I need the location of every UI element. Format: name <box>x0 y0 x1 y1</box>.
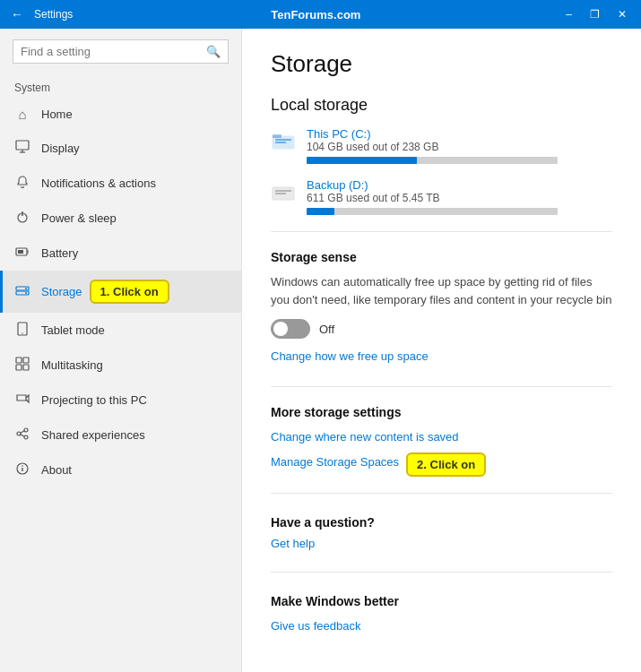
svg-point-12 <box>25 292 27 294</box>
storage-sense-desc: Windows can automatically free up space … <box>271 273 612 308</box>
display-icon <box>14 140 30 157</box>
svg-point-21 <box>24 435 28 439</box>
drive-c-info: This PC (C:) 104 GB used out of 238 GB <box>307 127 612 164</box>
svg-rect-33 <box>275 193 286 194</box>
shared-icon <box>14 426 30 444</box>
svg-rect-29 <box>275 142 286 143</box>
svg-rect-0 <box>16 141 29 150</box>
drive-c-fill <box>307 157 417 164</box>
minimize-button[interactable]: – <box>559 6 579 22</box>
about-icon <box>14 461 30 478</box>
get-help-link[interactable]: Get help <box>271 537 315 550</box>
restore-button[interactable]: ❐ <box>583 6 607 22</box>
drive-c-size: 104 GB used out of 238 GB <box>307 141 612 153</box>
app-container: 🔍 System ⌂ Home Display Notifications & … <box>0 29 641 672</box>
question-title: Have a question? <box>271 515 612 530</box>
better-title: Make Windows better <box>271 594 612 608</box>
more-storage-title: More storage settings <box>271 405 612 419</box>
svg-rect-32 <box>275 190 291 192</box>
sidebar-label-display: Display <box>41 142 80 155</box>
storage-sense-title: Storage sense <box>271 250 612 264</box>
storage-sense-toggle[interactable] <box>271 319 310 339</box>
search-input[interactable] <box>21 45 201 58</box>
projecting-icon <box>14 392 30 409</box>
svg-point-19 <box>17 432 21 435</box>
sidebar-label-shared: Shared experiences <box>41 428 145 442</box>
drive-d-info: Backup (D:) 611 GB used out of 5.45 TB <box>307 178 612 215</box>
svg-rect-15 <box>16 358 22 363</box>
sidebar-label-notifications: Notifications & actions <box>41 177 156 190</box>
svg-rect-16 <box>23 358 29 363</box>
question-section: Have a question? Get help <box>271 515 612 556</box>
sidebar-item-home[interactable]: ⌂ Home <box>0 98 241 131</box>
drive-d-icon <box>271 180 296 211</box>
titlebar-controls: – ❐ ✕ <box>559 6 634 22</box>
sidebar-item-about[interactable]: About <box>0 452 241 487</box>
feedback-link[interactable]: Give us feedback <box>271 619 360 633</box>
toggle-label: Off <box>319 323 334 336</box>
drive-c-name[interactable]: This PC (C:) <box>307 127 612 141</box>
power-icon <box>14 210 30 227</box>
manage-storage-link[interactable]: Manage Storage Spaces <box>271 455 399 469</box>
titlebar-left: ← Settings <box>7 4 73 25</box>
back-button[interactable]: ← <box>7 4 27 25</box>
svg-rect-18 <box>23 365 29 370</box>
drive-d-name[interactable]: Backup (D:) <box>307 178 612 192</box>
sidebar-label-multitasking: Multitasking <box>41 358 103 372</box>
search-icon: 🔍 <box>206 45 221 58</box>
close-button[interactable]: ✕ <box>611 6 634 22</box>
sidebar-item-shared[interactable]: Shared experiences <box>0 418 241 452</box>
more-storage-section: More storage settings Change where new c… <box>271 405 612 477</box>
titlebar: ← Settings TenForums.com – ❐ ✕ <box>0 0 641 29</box>
svg-line-22 <box>21 431 24 433</box>
svg-point-20 <box>24 428 28 432</box>
drive-d-item: Backup (D:) 611 GB used out of 5.45 TB <box>271 178 612 215</box>
home-icon: ⌂ <box>14 107 30 122</box>
svg-line-23 <box>21 435 24 436</box>
sidebar: 🔍 System ⌂ Home Display Notifications & … <box>0 29 242 672</box>
multitasking-icon <box>14 357 30 374</box>
sidebar-label-about: About <box>41 463 72 477</box>
divider-2 <box>271 386 612 387</box>
toggle-knob <box>273 322 288 336</box>
change-content-link[interactable]: Change where new content is saved <box>271 430 459 444</box>
svg-rect-8 <box>18 250 23 254</box>
tablet-icon <box>14 322 30 339</box>
sidebar-item-projecting[interactable]: Projecting to this PC <box>0 383 241 418</box>
toggle-row: Off <box>271 319 612 339</box>
sidebar-item-multitasking[interactable]: Multitasking <box>0 348 241 383</box>
local-storage-title: Local storage <box>271 96 612 115</box>
sidebar-item-battery[interactable]: Battery <box>0 236 241 271</box>
storage-annotation-wrapper: Storage 1. Click on <box>41 280 169 304</box>
drive-d-size: 611 GB used out of 5.45 TB <box>307 192 612 204</box>
main-content: Storage Local storage This PC (C:) 104 G… <box>242 29 641 672</box>
divider-4 <box>271 572 612 573</box>
sidebar-item-notifications[interactable]: Notifications & actions <box>0 166 241 201</box>
search-box[interactable]: 🔍 <box>13 39 229 64</box>
drive-c-item: This PC (C:) 104 GB used out of 238 GB <box>271 127 612 164</box>
annotation-2-bubble: 2. Click on <box>406 452 486 477</box>
svg-point-11 <box>25 288 27 289</box>
svg-rect-30 <box>273 134 282 138</box>
storage-icon <box>14 283 30 300</box>
storage-sense-section: Storage sense Windows can automatically … <box>271 250 612 368</box>
drive-d-progress <box>307 208 558 215</box>
sidebar-item-storage[interactable]: Storage 1. Click on <box>0 271 241 313</box>
sidebar-label-tablet: Tablet mode <box>41 323 105 337</box>
drive-d-fill <box>307 208 334 215</box>
divider-1 <box>271 231 612 232</box>
sidebar-label-projecting: Projecting to this PC <box>41 393 147 407</box>
sidebar-item-tablet[interactable]: Tablet mode <box>0 313 241 348</box>
drive-c-icon <box>271 129 296 159</box>
svg-point-26 <box>22 465 23 467</box>
drive-c-progress <box>307 157 558 164</box>
svg-rect-17 <box>16 365 22 370</box>
battery-icon <box>14 245 30 262</box>
svg-rect-28 <box>275 139 291 141</box>
better-section: Make Windows better Give us feedback <box>271 594 612 638</box>
sidebar-label-storage: Storage <box>41 285 82 298</box>
sidebar-item-power[interactable]: Power & sleep <box>0 201 241 236</box>
free-up-space-link[interactable]: Change how we free up space <box>271 349 429 363</box>
sidebar-item-display[interactable]: Display <box>0 131 241 166</box>
titlebar-title: Settings <box>34 8 73 21</box>
